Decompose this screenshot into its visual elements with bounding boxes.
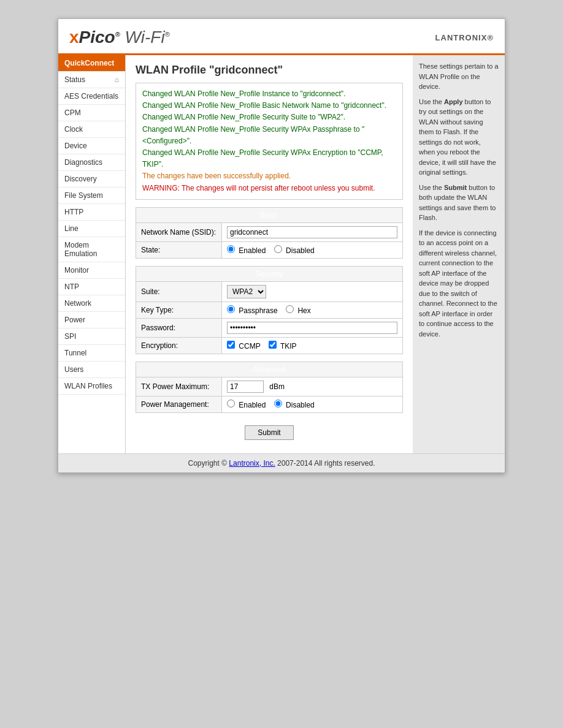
footer-text: Copyright © <box>188 459 229 468</box>
footer-link[interactable]: Lantronix, Inc. <box>229 459 275 468</box>
state-disabled-radio[interactable] <box>274 245 282 253</box>
ccmp-checkbox[interactable] <box>227 341 235 349</box>
advanced-table: Advanced TX Power Maximum: dBm Power Man… <box>136 362 403 413</box>
sidebar-item-quickconnect[interactable]: QuickConnect <box>58 55 125 72</box>
tx-power-cell: dBm <box>222 377 403 396</box>
submit-row: Submit <box>136 420 403 445</box>
advanced-header-label: Advanced <box>136 362 403 377</box>
key-type-passphrase-text: Passphrase <box>239 306 277 315</box>
state-disabled-text: Disabled <box>286 246 315 255</box>
power-mgmt-cell: Enabled Disabled <box>222 396 403 412</box>
network-name-cell <box>222 222 403 241</box>
sidebar-item-diagnostics[interactable]: Diagnostics <box>58 154 125 171</box>
msg-4: Changed WLAN Profile New_Profile Securit… <box>142 124 396 147</box>
sidebar-item-tunnel[interactable]: Tunnel <box>58 345 125 362</box>
power-mgmt-disabled-label[interactable]: Disabled <box>274 401 315 409</box>
tkip-text: TKIP <box>280 342 297 351</box>
suite-label: Suite: <box>136 281 222 301</box>
state-disabled-label[interactable]: Disabled <box>274 246 315 255</box>
logo-x: x <box>69 28 79 47</box>
sidebar-item-aes-credentials[interactable]: AES Credentials <box>58 88 125 105</box>
right-panel-p2: Use the Apply button to try out settings… <box>419 97 499 178</box>
key-type-passphrase-label[interactable]: Passphrase <box>227 306 280 315</box>
basic-header-label: Basic <box>136 207 403 222</box>
security-header: Security <box>136 266 403 281</box>
key-type-hex-label[interactable]: Hex <box>286 306 311 315</box>
msg-1: Changed WLAN Profile New_Profile Instanc… <box>142 88 396 100</box>
right-panel-p3: Use the Submit button to both update the… <box>419 183 499 223</box>
suite-cell: WPA2 WPA WEP None <box>222 281 403 301</box>
sidebar-item-ntp[interactable]: NTP <box>58 279 125 295</box>
state-enabled-radio[interactable] <box>227 245 235 253</box>
encryption-cell: CCMP TKIP <box>222 337 403 354</box>
power-mgmt-enabled-label[interactable]: Enabled <box>227 401 268 409</box>
password-row: Password: <box>136 318 403 337</box>
password-cell <box>222 318 403 337</box>
suite-row: Suite: WPA2 WPA WEP None <box>136 281 403 301</box>
key-type-label: Key Type: <box>136 301 222 318</box>
sidebar-item-network[interactable]: Network <box>58 295 125 312</box>
key-type-passphrase-radio[interactable] <box>227 305 235 313</box>
encryption-ccmp-label[interactable]: CCMP <box>227 342 262 351</box>
msg-6: The changes have been successfully appli… <box>142 170 396 182</box>
tx-power-unit: dBm <box>269 382 285 391</box>
key-type-row: Key Type: Passphrase Hex <box>136 301 403 318</box>
right-panel: These settings pertain to a WLAN Profile… <box>413 55 505 453</box>
main-layout: QuickConnect Status ⌂ AES Credentials CP… <box>58 55 505 453</box>
suite-select[interactable]: WPA2 WPA WEP None <box>227 285 266 298</box>
sidebar: QuickConnect Status ⌂ AES Credentials CP… <box>58 55 126 453</box>
basic-table: Basic Network Name (SSID): State: Enable… <box>136 207 403 259</box>
power-mgmt-enabled-radio[interactable] <box>227 400 235 408</box>
power-mgmt-disabled-radio[interactable] <box>274 400 282 408</box>
sidebar-item-spi[interactable]: SPI <box>58 328 125 345</box>
basic-header: Basic <box>136 207 403 222</box>
state-label: State: <box>136 241 222 258</box>
lantronix-brand: LANTRONIX® <box>435 33 494 42</box>
right-panel-p1: These settings pertain to a WLAN Profile… <box>419 61 499 92</box>
network-name-label: Network Name (SSID): <box>136 222 222 241</box>
submit-button[interactable]: Submit <box>245 425 293 440</box>
tx-power-row: TX Power Maximum: dBm <box>136 377 403 396</box>
key-type-hex-text: Hex <box>297 306 310 315</box>
sidebar-item-clock[interactable]: Clock <box>58 121 125 138</box>
state-enabled-label[interactable]: Enabled <box>227 246 268 255</box>
sidebar-item-monitor[interactable]: Monitor <box>58 262 125 279</box>
network-name-input[interactable] <box>227 226 397 238</box>
advanced-header: Advanced <box>136 362 403 377</box>
ccmp-text: CCMP <box>239 342 260 351</box>
messages-box: Changed WLAN Profile New_Profile Instanc… <box>136 83 403 200</box>
header: xPico® Wi-Fi® LANTRONIX® <box>58 19 505 55</box>
sidebar-item-discovery[interactable]: Discovery <box>58 171 125 188</box>
sidebar-item-line[interactable]: Line <box>58 221 125 237</box>
sidebar-item-wlan-profiles[interactable]: WLAN Profiles <box>58 378 125 395</box>
tx-power-input[interactable] <box>227 381 264 393</box>
sidebar-item-file-system[interactable]: File System <box>58 188 125 204</box>
msg-3: Changed WLAN Profile New_Profile Securit… <box>142 112 396 123</box>
sidebar-item-cpm[interactable]: CPM <box>58 105 125 121</box>
logo-wifi: Wi-Fi® <box>120 28 170 47</box>
sidebar-item-device[interactable]: Device <box>58 138 125 154</box>
state-row: State: Enabled Disabled <box>136 241 403 258</box>
encryption-tkip-label[interactable]: TKIP <box>269 342 297 351</box>
sidebar-item-power[interactable]: Power <box>58 312 125 328</box>
key-type-cell: Passphrase Hex <box>222 301 403 318</box>
content-area: WLAN Profile "gridconnect" Changed WLAN … <box>126 55 413 453</box>
sidebar-item-modem-emulation[interactable]: Modem Emulation <box>58 237 125 262</box>
password-input[interactable] <box>227 322 397 334</box>
network-name-row: Network Name (SSID): <box>136 222 403 241</box>
tx-power-label: TX Power Maximum: <box>136 377 222 396</box>
logo-pico: Pico® <box>79 28 120 47</box>
msg-5: Changed WLAN Profile New_Profile Securit… <box>142 147 396 170</box>
msg-2: Changed WLAN Profile New_Profile Basic N… <box>142 100 396 112</box>
tkip-checkbox[interactable] <box>269 341 277 349</box>
sidebar-item-users[interactable]: Users <box>58 362 125 378</box>
page-title: WLAN Profile "gridconnect" <box>136 64 403 77</box>
sidebar-item-http[interactable]: HTTP <box>58 204 125 221</box>
state-enabled-text: Enabled <box>239 246 266 255</box>
power-mgmt-disabled-text: Disabled <box>286 401 315 409</box>
key-type-hex-radio[interactable] <box>286 305 294 313</box>
power-mgmt-label: Power Management: <box>136 396 222 412</box>
right-panel-p4: If the device is connecting to an access… <box>419 228 499 339</box>
sidebar-item-status[interactable]: Status ⌂ <box>58 72 125 88</box>
encryption-label: Encryption: <box>136 337 222 354</box>
